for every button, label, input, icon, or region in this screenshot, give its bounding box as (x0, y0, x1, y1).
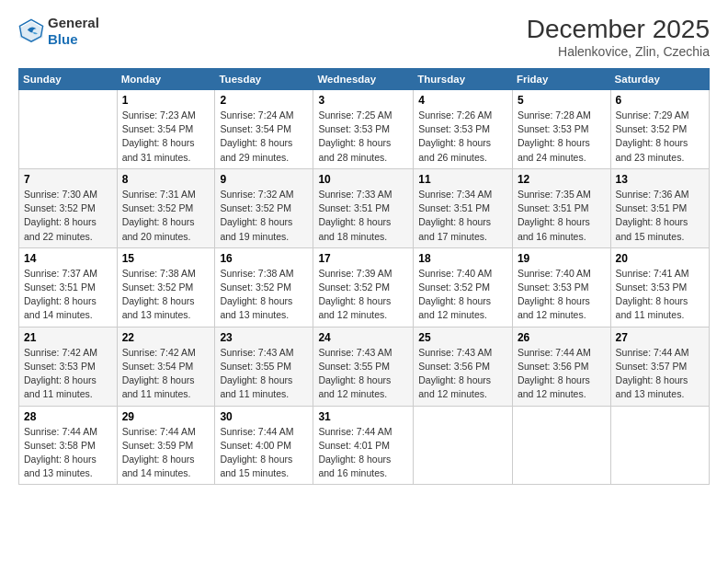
day-info: Sunrise: 7:42 AMSunset: 3:54 PMDaylight:… (122, 346, 210, 402)
calendar-cell: 31Sunrise: 7:44 AMSunset: 4:01 PMDayligh… (313, 406, 414, 485)
col-tuesday: Tuesday (215, 69, 313, 90)
day-number: 17 (318, 252, 408, 265)
day-number: 26 (518, 331, 606, 344)
col-thursday: Thursday (414, 69, 513, 90)
col-friday: Friday (512, 69, 610, 90)
day-number: 2 (220, 94, 308, 107)
col-wednesday: Wednesday (313, 69, 414, 90)
calendar-cell: 23Sunrise: 7:43 AMSunset: 3:55 PMDayligh… (215, 327, 313, 406)
day-info: Sunrise: 7:35 AMSunset: 3:51 PMDaylight:… (518, 188, 606, 244)
day-info: Sunrise: 7:38 AMSunset: 3:52 PMDaylight:… (220, 267, 308, 323)
day-number: 11 (418, 173, 507, 186)
calendar-week-1: 1Sunrise: 7:23 AMSunset: 3:54 PMDaylight… (19, 90, 710, 169)
calendar-cell: 22Sunrise: 7:42 AMSunset: 3:54 PMDayligh… (117, 327, 215, 406)
calendar-cell (610, 406, 709, 485)
day-number: 14 (24, 252, 112, 265)
header: General Blue December 2025 Halenkovice, … (18, 15, 710, 59)
day-info: Sunrise: 7:43 AMSunset: 3:56 PMDaylight:… (418, 346, 507, 402)
calendar-cell: 18Sunrise: 7:40 AMSunset: 3:52 PMDayligh… (414, 247, 513, 327)
day-info: Sunrise: 7:36 AMSunset: 3:51 PMDaylight:… (616, 188, 704, 244)
logo-text: General Blue (48, 15, 99, 48)
calendar-cell (19, 90, 118, 169)
day-number: 22 (122, 331, 210, 344)
day-info: Sunrise: 7:40 AMSunset: 3:53 PMDaylight:… (518, 267, 606, 323)
day-info: Sunrise: 7:44 AMSunset: 3:58 PMDaylight:… (24, 425, 112, 481)
page: General Blue December 2025 Halenkovice, … (0, 0, 728, 563)
day-number: 12 (518, 173, 606, 186)
calendar-cell: 14Sunrise: 7:37 AMSunset: 3:51 PMDayligh… (19, 247, 118, 327)
day-number: 15 (122, 252, 210, 265)
day-number: 7 (24, 173, 112, 186)
calendar-cell: 13Sunrise: 7:36 AMSunset: 3:51 PMDayligh… (610, 168, 709, 247)
day-number: 23 (220, 331, 308, 344)
day-info: Sunrise: 7:25 AMSunset: 3:53 PMDaylight:… (318, 109, 408, 165)
day-number: 9 (220, 173, 308, 186)
calendar-cell: 8Sunrise: 7:31 AMSunset: 3:52 PMDaylight… (117, 168, 215, 247)
calendar-cell: 27Sunrise: 7:44 AMSunset: 3:57 PMDayligh… (610, 327, 709, 406)
day-info: Sunrise: 7:24 AMSunset: 3:54 PMDaylight:… (220, 109, 308, 165)
day-info: Sunrise: 7:44 AMSunset: 3:59 PMDaylight:… (122, 425, 210, 481)
day-number: 25 (418, 331, 507, 344)
day-number: 13 (616, 173, 704, 186)
day-info: Sunrise: 7:29 AMSunset: 3:52 PMDaylight:… (616, 109, 704, 165)
day-number: 24 (318, 331, 408, 344)
day-number: 29 (122, 410, 210, 423)
day-number: 4 (418, 94, 507, 107)
day-number: 16 (220, 252, 308, 265)
calendar-cell: 26Sunrise: 7:44 AMSunset: 3:56 PMDayligh… (512, 327, 610, 406)
calendar-cell: 20Sunrise: 7:41 AMSunset: 3:53 PMDayligh… (610, 247, 709, 327)
calendar-table: Sunday Monday Tuesday Wednesday Thursday… (18, 68, 710, 485)
col-saturday: Saturday (610, 69, 709, 90)
calendar-cell: 7Sunrise: 7:30 AMSunset: 3:52 PMDaylight… (19, 168, 118, 247)
calendar-cell: 3Sunrise: 7:25 AMSunset: 3:53 PMDaylight… (313, 90, 414, 169)
calendar-cell: 21Sunrise: 7:42 AMSunset: 3:53 PMDayligh… (19, 327, 118, 406)
day-number: 6 (616, 94, 704, 107)
calendar-cell: 4Sunrise: 7:26 AMSunset: 3:53 PMDaylight… (414, 90, 513, 169)
day-number: 1 (122, 94, 210, 107)
calendar-header-row: Sunday Monday Tuesday Wednesday Thursday… (19, 69, 710, 90)
calendar-cell: 29Sunrise: 7:44 AMSunset: 3:59 PMDayligh… (117, 406, 215, 485)
calendar-week-3: 14Sunrise: 7:37 AMSunset: 3:51 PMDayligh… (19, 247, 710, 327)
day-info: Sunrise: 7:30 AMSunset: 3:52 PMDaylight:… (24, 188, 112, 244)
month-title: December 2025 (527, 15, 710, 44)
calendar-cell: 9Sunrise: 7:32 AMSunset: 3:52 PMDaylight… (215, 168, 313, 247)
day-info: Sunrise: 7:28 AMSunset: 3:53 PMDaylight:… (518, 109, 606, 165)
day-info: Sunrise: 7:44 AMSunset: 3:57 PMDaylight:… (616, 346, 704, 402)
logo-icon (18, 18, 44, 44)
calendar-cell: 12Sunrise: 7:35 AMSunset: 3:51 PMDayligh… (512, 168, 610, 247)
day-info: Sunrise: 7:38 AMSunset: 3:52 PMDaylight:… (122, 267, 210, 323)
day-info: Sunrise: 7:31 AMSunset: 3:52 PMDaylight:… (122, 188, 210, 244)
day-number: 27 (616, 331, 704, 344)
day-number: 19 (518, 252, 606, 265)
day-info: Sunrise: 7:26 AMSunset: 3:53 PMDaylight:… (418, 109, 507, 165)
calendar-cell: 5Sunrise: 7:28 AMSunset: 3:53 PMDaylight… (512, 90, 610, 169)
calendar-week-5: 28Sunrise: 7:44 AMSunset: 3:58 PMDayligh… (19, 406, 710, 485)
day-number: 5 (518, 94, 606, 107)
day-info: Sunrise: 7:23 AMSunset: 3:54 PMDaylight:… (122, 109, 210, 165)
day-info: Sunrise: 7:44 AMSunset: 4:01 PMDaylight:… (318, 425, 408, 481)
day-number: 30 (220, 410, 308, 423)
calendar-cell: 6Sunrise: 7:29 AMSunset: 3:52 PMDaylight… (610, 90, 709, 169)
calendar-week-4: 21Sunrise: 7:42 AMSunset: 3:53 PMDayligh… (19, 327, 710, 406)
day-info: Sunrise: 7:43 AMSunset: 3:55 PMDaylight:… (220, 346, 308, 402)
day-info: Sunrise: 7:32 AMSunset: 3:52 PMDaylight:… (220, 188, 308, 244)
logo: General Blue (18, 15, 99, 48)
day-number: 31 (318, 410, 408, 423)
day-number: 28 (24, 410, 112, 423)
col-monday: Monday (117, 69, 215, 90)
calendar-cell: 11Sunrise: 7:34 AMSunset: 3:51 PMDayligh… (414, 168, 513, 247)
day-number: 10 (318, 173, 408, 186)
calendar-cell: 1Sunrise: 7:23 AMSunset: 3:54 PMDaylight… (117, 90, 215, 169)
day-info: Sunrise: 7:44 AMSunset: 4:00 PMDaylight:… (220, 425, 308, 481)
calendar-cell: 24Sunrise: 7:43 AMSunset: 3:55 PMDayligh… (313, 327, 414, 406)
day-info: Sunrise: 7:37 AMSunset: 3:51 PMDaylight:… (24, 267, 112, 323)
day-number: 21 (24, 331, 112, 344)
calendar-week-2: 7Sunrise: 7:30 AMSunset: 3:52 PMDaylight… (19, 168, 710, 247)
day-number: 20 (616, 252, 704, 265)
day-number: 18 (418, 252, 507, 265)
day-info: Sunrise: 7:42 AMSunset: 3:53 PMDaylight:… (24, 346, 112, 402)
day-info: Sunrise: 7:34 AMSunset: 3:51 PMDaylight:… (418, 188, 507, 244)
subtitle: Halenkovice, Zlin, Czechia (527, 44, 710, 59)
calendar-cell: 16Sunrise: 7:38 AMSunset: 3:52 PMDayligh… (215, 247, 313, 327)
day-info: Sunrise: 7:43 AMSunset: 3:55 PMDaylight:… (318, 346, 408, 402)
